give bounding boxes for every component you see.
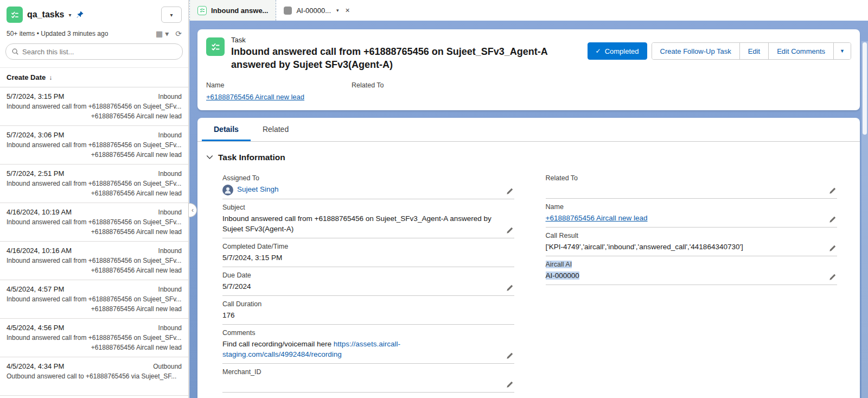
item-direction: Outbound bbox=[153, 363, 182, 370]
tab-details[interactable]: Details bbox=[202, 118, 251, 141]
item-description: Inbound answered call from +61888765456 … bbox=[7, 218, 182, 226]
merchant-id-value bbox=[222, 378, 514, 389]
aircall-ai-value: AI-000000 bbox=[546, 271, 579, 280]
item-date: 5/7/2024, 3:06 PM bbox=[7, 131, 64, 139]
item-related-link: +61888765456 Aircall new lead bbox=[7, 151, 182, 159]
call-duration-value: 176 bbox=[222, 310, 514, 321]
field-assigned-to: Assigned To Sujeet Singh bbox=[222, 170, 514, 199]
field-completed-datetime: Completed Date/Time 5/7/2024, 3:15 PM bbox=[222, 238, 514, 267]
aircall-ai-label: Aircall AI bbox=[546, 261, 572, 268]
record-page: Task Inbound answered call from +6188876… bbox=[189, 21, 868, 398]
item-direction: Inbound bbox=[158, 247, 182, 255]
field-due-date: Due Date 5/7/2024 bbox=[222, 267, 514, 296]
name-field-link[interactable]: +61888765456 Aircall new lead bbox=[546, 214, 648, 222]
edit-aircall-ai-icon[interactable] bbox=[829, 274, 836, 281]
record-title: Inbound answered call from +61888765456 … bbox=[231, 46, 569, 72]
sort-header[interactable]: Create Date ↓ bbox=[0, 67, 188, 87]
name-link[interactable]: +61888765456 Aircall new lead bbox=[206, 93, 304, 101]
item-direction: Inbound bbox=[158, 93, 182, 100]
workspace-tab-label: Inbound answe... bbox=[211, 7, 268, 15]
related-to-value bbox=[546, 184, 838, 195]
subtab-ai-record[interactable]: AI-00000... ▾ × bbox=[276, 0, 358, 21]
list-item[interactable]: 4/5/2024, 4:34 PMOutboundOutbound answer… bbox=[0, 357, 188, 396]
edit-assigned-to-icon[interactable] bbox=[506, 188, 513, 195]
edit-subject-icon[interactable] bbox=[506, 227, 513, 234]
search-input[interactable] bbox=[22, 48, 177, 56]
item-description: Inbound answered call from +61888765456 … bbox=[7, 103, 182, 110]
field-call-result: Call Result ['KPI-4749','aircall','inbou… bbox=[546, 228, 838, 256]
field-merchant-id: Merchant_ID bbox=[222, 364, 514, 393]
item-description: Inbound answered call from +61888765456 … bbox=[7, 141, 182, 149]
create-follow-up-task-button[interactable]: Create Follow-Up Task bbox=[652, 43, 740, 59]
item-related-link: +61888765456 Aircall new lead bbox=[7, 112, 182, 120]
edit-due-date-icon[interactable] bbox=[506, 285, 513, 292]
item-date: 4/5/2024, 4:34 PM bbox=[7, 362, 64, 370]
tab-close-icon[interactable]: × bbox=[344, 6, 351, 15]
avatar bbox=[222, 185, 233, 195]
action-buttons: ✓ Completed Create Follow-Up Task Edit E… bbox=[588, 42, 851, 72]
highlight-field-name: Name +61888765456 Aircall new lead bbox=[206, 81, 352, 102]
check-icon: ✓ bbox=[596, 47, 601, 55]
item-related-link: +61888765456 Aircall new lead bbox=[7, 228, 182, 236]
workspace-tabbar: Inbound answe... AI-00000... ▾ × bbox=[189, 0, 868, 21]
item-direction: Inbound bbox=[158, 170, 182, 178]
section-task-information[interactable]: Task Information bbox=[197, 142, 860, 170]
tab-menu-chevron-icon[interactable]: ▾ bbox=[335, 8, 340, 13]
display-settings-icon[interactable]: ▦ ▾ bbox=[156, 29, 169, 38]
chevron-down-icon bbox=[206, 154, 213, 161]
edit-button[interactable]: Edit bbox=[740, 43, 769, 59]
pin-icon[interactable] bbox=[76, 11, 84, 18]
field-comments: Comments Find call recording/voicemail h… bbox=[222, 325, 514, 364]
edit-call-result-icon[interactable] bbox=[829, 245, 836, 252]
list-item[interactable]: 4/16/2024, 10:19 AMInboundInbound answer… bbox=[0, 203, 188, 242]
refresh-icon[interactable]: ⟳ bbox=[175, 29, 182, 38]
assigned-to-link[interactable]: Sujeet Singh bbox=[237, 185, 279, 193]
edit-comments-icon[interactable] bbox=[506, 352, 513, 359]
comments-value: Find call recording/voicemail here https… bbox=[222, 339, 514, 360]
vertical-scrollbar[interactable] bbox=[861, 41, 868, 398]
completed-button[interactable]: ✓ Completed bbox=[588, 42, 647, 60]
item-description: Inbound answered call from +61888765456 … bbox=[7, 257, 182, 264]
sort-column-label: Create Date bbox=[7, 73, 46, 81]
record-tabs: Details Related bbox=[197, 118, 860, 142]
tasks-object-icon bbox=[7, 7, 23, 23]
item-date: 4/5/2024, 4:57 PM bbox=[7, 285, 64, 293]
list-item[interactable]: 5/7/2024, 2:51 PMInboundInbound answered… bbox=[0, 165, 188, 203]
list-view-header: qa_tasks ▾ ▾ bbox=[0, 0, 188, 25]
item-related-link: +61888765456 Aircall new lead bbox=[7, 305, 182, 313]
list-view-chevron-icon[interactable]: ▾ bbox=[69, 12, 72, 18]
subject-value: Inbound answered call from +61888765456 … bbox=[222, 213, 514, 235]
highlights-panel: Task Inbound answered call from +6188876… bbox=[197, 29, 860, 110]
item-description: Inbound answered call from +61888765456 … bbox=[7, 180, 182, 187]
list-view-title[interactable]: qa_tasks bbox=[27, 10, 65, 20]
edit-related-to-icon[interactable] bbox=[829, 187, 836, 194]
highlight-field-related-to: Related To bbox=[352, 81, 384, 102]
list-item[interactable]: 4/5/2024, 4:57 PMInboundInbound answered… bbox=[0, 280, 188, 319]
tab-related[interactable]: Related bbox=[251, 118, 301, 141]
list-item[interactable]: 4/5/2024, 4:56 PMInboundInbound answered… bbox=[0, 319, 188, 357]
list-item[interactable]: 5/7/2024, 3:06 PMInboundInbound answered… bbox=[0, 126, 188, 165]
entity-label: Task bbox=[231, 36, 569, 44]
edit-name-icon[interactable] bbox=[829, 216, 836, 223]
list-item[interactable]: 5/7/2024, 3:15 PMInboundInbound answered… bbox=[0, 87, 188, 126]
edit-merchant-id-icon[interactable] bbox=[506, 381, 513, 388]
item-description: Outbound answered call to +61888765456 v… bbox=[7, 372, 182, 380]
field-call-duration: Call Duration 176 bbox=[222, 296, 514, 325]
name-label: Name bbox=[206, 81, 352, 89]
list-view-controls-button[interactable]: ▾ bbox=[161, 7, 182, 23]
main-area: Inbound answe... AI-00000... ▾ × Task In… bbox=[189, 0, 868, 398]
list-meta-row: 50+ items • Updated 3 minutes ago ▦ ▾ ⟳ bbox=[0, 25, 188, 41]
item-related-link: +61888765456 Aircall new lead bbox=[7, 189, 182, 197]
item-date: 4/16/2024, 10:19 AM bbox=[7, 208, 72, 216]
item-direction: Inbound bbox=[158, 209, 182, 216]
more-actions-chevron-button[interactable]: ▼ bbox=[834, 43, 851, 59]
edit-comments-button[interactable]: Edit Comments bbox=[769, 43, 834, 59]
workspace-tab-inbound[interactable]: Inbound answe... bbox=[189, 0, 276, 21]
due-date-value: 5/7/2024 bbox=[222, 281, 514, 292]
list-item[interactable]: 4/16/2024, 10:16 AMInboundInbound answer… bbox=[0, 242, 188, 280]
item-date: 5/7/2024, 3:15 PM bbox=[7, 92, 64, 100]
scrollbar-thumb[interactable] bbox=[863, 42, 867, 135]
related-to-label: Related To bbox=[352, 81, 384, 89]
item-direction: Inbound bbox=[158, 131, 182, 139]
item-date: 4/5/2024, 4:56 PM bbox=[7, 324, 64, 332]
